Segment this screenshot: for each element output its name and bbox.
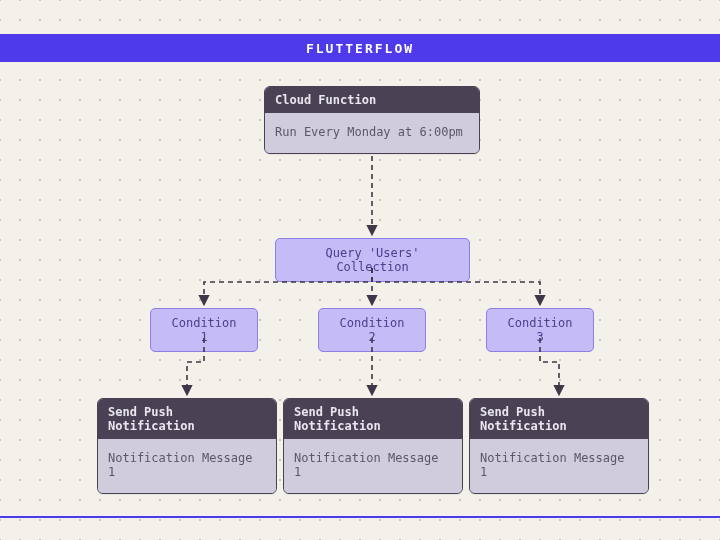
chip-condition-1: Condition 1 [150,308,258,352]
node-body: Notification Message 1 [284,439,462,493]
node-body: Notification Message 1 [470,439,648,493]
banner-title: FLUTTERFLOW [306,41,414,56]
chip-condition-3: Condition 3 [486,308,594,352]
node-body: Run Every Monday at 6:00pm [265,113,479,153]
footer-divider [0,516,720,518]
node-cloud-function: Cloud Function Run Every Monday at 6:00p… [264,86,480,154]
node-notification-1: Send Push Notification Notification Mess… [97,398,277,494]
node-header: Cloud Function [265,87,479,113]
node-header: Send Push Notification [98,399,276,439]
banner: FLUTTERFLOW [0,34,720,62]
chip-condition-2: Condition 2 [318,308,426,352]
node-notification-2: Send Push Notification Notification Mess… [283,398,463,494]
node-header: Send Push Notification [284,399,462,439]
node-notification-3: Send Push Notification Notification Mess… [469,398,649,494]
node-body: Notification Message 1 [98,439,276,493]
node-header: Send Push Notification [470,399,648,439]
chip-query: Query 'Users' Collection [275,238,470,282]
